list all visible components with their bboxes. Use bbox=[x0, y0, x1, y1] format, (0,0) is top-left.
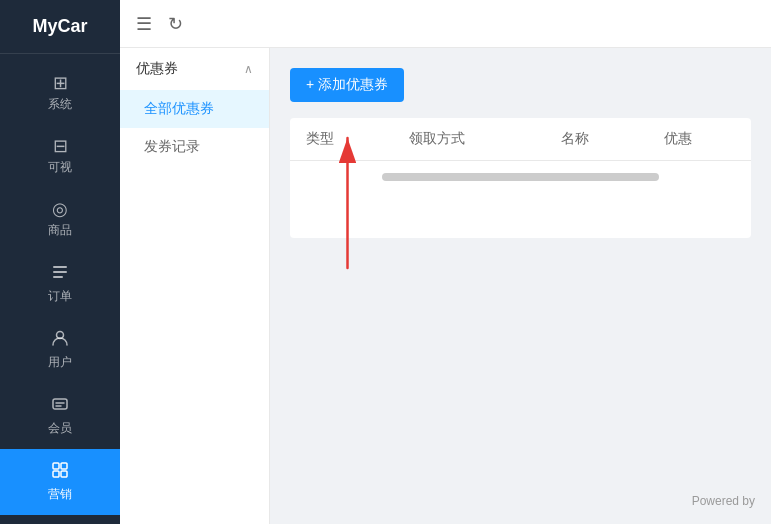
main-content: + 添加优惠券 类型 领取方式 名称 优惠 bbox=[270, 48, 771, 524]
system-icon: ⊞ bbox=[53, 74, 68, 92]
coupon-table: 类型 领取方式 名称 优惠 bbox=[290, 118, 751, 238]
sidebar-item-visual[interactable]: ⊟ 可视 bbox=[0, 125, 120, 188]
svg-rect-8 bbox=[61, 471, 67, 477]
sidebar-item-marketing[interactable]: 营销 bbox=[0, 449, 120, 515]
sub-sidebar-item-all-coupons[interactable]: 全部优惠券 bbox=[120, 90, 269, 128]
sidebar-item-orders[interactable]: 订单 bbox=[0, 251, 120, 317]
svg-rect-5 bbox=[53, 463, 59, 469]
col-name: 名称 bbox=[545, 118, 648, 161]
svg-rect-4 bbox=[53, 399, 67, 409]
refresh-icon[interactable]: ↻ bbox=[168, 13, 183, 35]
goods-icon: ◎ bbox=[52, 200, 68, 218]
sidebar-label-system: 系统 bbox=[48, 96, 72, 113]
main-wrapper: ☰ ↻ 优惠券 ∧ 全部优惠券 发券记录 + 添加优惠券 bbox=[120, 0, 771, 524]
sidebar-label-marketing: 营销 bbox=[48, 486, 72, 503]
sidebar-nav: ⊞ 系统 ⊟ 可视 ◎ 商品 订单 bbox=[0, 54, 120, 524]
menu-toggle-icon[interactable]: ☰ bbox=[136, 13, 152, 35]
svg-rect-1 bbox=[53, 271, 67, 273]
col-type: 类型 bbox=[290, 118, 393, 161]
sidebar-label-members: 会员 bbox=[48, 420, 72, 437]
sidebar-item-system[interactable]: ⊞ 系统 bbox=[0, 62, 120, 125]
sidebar: MyCar ⊞ 系统 ⊟ 可视 ◎ 商品 订单 bbox=[0, 0, 120, 524]
sidebar-label-visual: 可视 bbox=[48, 159, 72, 176]
sidebar-label-users: 用户 bbox=[48, 354, 72, 371]
svg-rect-2 bbox=[53, 276, 63, 278]
table-header-row: 类型 领取方式 名称 优惠 bbox=[290, 118, 751, 161]
sidebar-item-goods[interactable]: ◎ 商品 bbox=[0, 188, 120, 251]
users-icon bbox=[51, 329, 69, 350]
sub-sidebar: 优惠券 ∧ 全部优惠券 发券记录 bbox=[120, 48, 270, 524]
marketing-icon bbox=[51, 461, 69, 482]
col-discount: 优惠 bbox=[648, 118, 751, 161]
col-receive-method: 领取方式 bbox=[393, 118, 544, 161]
sidebar-item-accounts[interactable]: 账户 bbox=[0, 515, 120, 524]
scroll-indicator bbox=[382, 173, 659, 181]
coupon-group-label: 优惠券 bbox=[136, 60, 178, 78]
table: 类型 领取方式 名称 优惠 bbox=[290, 118, 751, 161]
svg-rect-6 bbox=[61, 463, 67, 469]
members-icon bbox=[51, 395, 69, 416]
content-area: 优惠券 ∧ 全部优惠券 发券记录 + 添加优惠券 类型 领取方式 名称 bbox=[120, 48, 771, 524]
sidebar-item-users[interactable]: 用户 bbox=[0, 317, 120, 383]
coupon-group-title[interactable]: 优惠券 ∧ bbox=[120, 48, 269, 90]
visual-icon: ⊟ bbox=[53, 137, 68, 155]
topbar: ☰ ↻ bbox=[120, 0, 771, 48]
orders-icon bbox=[51, 263, 69, 284]
sidebar-label-goods: 商品 bbox=[48, 222, 72, 239]
app-logo: MyCar bbox=[0, 0, 120, 54]
sidebar-item-members[interactable]: 会员 bbox=[0, 383, 120, 449]
svg-rect-7 bbox=[53, 471, 59, 477]
add-coupon-button[interactable]: + 添加优惠券 bbox=[290, 68, 404, 102]
sub-sidebar-item-issue-record[interactable]: 发券记录 bbox=[120, 128, 269, 166]
add-coupon-label: + 添加优惠券 bbox=[306, 76, 388, 94]
sidebar-label-orders: 订单 bbox=[48, 288, 72, 305]
coupon-group: 优惠券 ∧ 全部优惠券 发券记录 bbox=[120, 48, 269, 166]
powered-by: Powered by bbox=[692, 494, 755, 508]
chevron-up-icon: ∧ bbox=[244, 62, 253, 76]
svg-rect-0 bbox=[53, 266, 67, 268]
